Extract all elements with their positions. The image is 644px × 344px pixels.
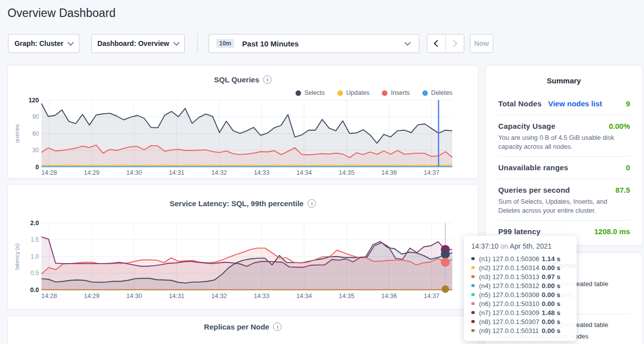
summary-row-label: P99 latency bbox=[498, 227, 541, 236]
tooltip-node-row: (n5) 127.0.0.1:503080.00 s bbox=[471, 290, 570, 299]
time-range-selector[interactable]: 10m Past 10 Minutes bbox=[209, 34, 419, 53]
tooltip-node-value: 0.00 s bbox=[542, 291, 561, 299]
tooltip-node-label: (n4) 127.0.0.1:50312 bbox=[479, 282, 540, 290]
summary-row-header: Queries per second87.5 bbox=[498, 185, 630, 195]
summary-row: Queries per second87.5Sum of Selects, Up… bbox=[498, 179, 630, 221]
tooltip-node-label: (n7) 127.0.0.1:50309 bbox=[479, 309, 540, 317]
series-color-dot bbox=[471, 284, 475, 288]
time-range-label: Past 10 Minutes bbox=[242, 39, 299, 48]
summary-row-header: P99 latency1208.0 ms bbox=[498, 227, 630, 236]
summary-row: Total NodesView nodes list9 bbox=[498, 93, 630, 115]
sql-queries-plot[interactable]: 030609012014:2814:2914:3014:3114:3214:33… bbox=[8, 65, 479, 179]
tooltip-node-row: (n9) 127.0.0.1:503110.00 s bbox=[471, 326, 570, 335]
series-color-dot bbox=[471, 275, 475, 279]
tooltip-node-label: (n3) 127.0.0.1:50313 bbox=[479, 273, 540, 281]
y-axis-tick-label: 30 bbox=[32, 147, 39, 154]
series-color-dot bbox=[471, 311, 475, 315]
service-latency-chart-card: Service Latency: SQL, 99th percentile i … bbox=[7, 184, 478, 310]
x-axis-tick-label: 14:32 bbox=[211, 169, 227, 176]
y-axis-tick-label: 90 bbox=[32, 113, 39, 120]
tooltip-timestamp: 14:37:10 on Apr 5th, 2021 bbox=[471, 242, 570, 250]
chevron-down-icon bbox=[404, 39, 411, 46]
summary-row-label: Queries per second bbox=[498, 185, 570, 195]
x-axis-tick-label: 14:36 bbox=[381, 293, 397, 300]
y-axis-tick-label: 2.0 bbox=[30, 220, 39, 227]
summary-row-label: Total Nodes bbox=[498, 99, 542, 108]
x-axis-tick-label: 14:34 bbox=[296, 169, 312, 176]
x-axis-tick-label: 14:33 bbox=[254, 169, 269, 176]
y-axis-tick-label: 120 bbox=[28, 97, 39, 104]
y-axis-tick-label: 0 bbox=[35, 164, 39, 171]
series-color-dot bbox=[471, 293, 475, 297]
y-axis-unit-label: queries bbox=[14, 124, 20, 143]
x-axis-tick-label: 14:35 bbox=[339, 293, 354, 300]
chart-header: Replicas per Node i bbox=[8, 322, 478, 332]
tooltip-node-label: (n5) 127.0.0.1:50308 bbox=[479, 291, 540, 299]
graph-dropdown[interactable]: Graph: Cluster bbox=[8, 34, 79, 53]
y-axis-tick-label: 1.5 bbox=[30, 236, 39, 243]
summary-row-value: 9 bbox=[626, 99, 630, 108]
x-axis-tick-label: 14:37 bbox=[424, 293, 439, 300]
chevron-left-icon bbox=[434, 40, 441, 47]
now-button-label: Now bbox=[474, 39, 489, 47]
series-line bbox=[41, 165, 452, 166]
series-color-dot bbox=[471, 329, 475, 333]
graph-dropdown-label: Graph: Cluster bbox=[14, 39, 63, 47]
time-back-button[interactable] bbox=[427, 34, 445, 52]
summary-row: Capacity Usage0.00%You are using 0 B of … bbox=[498, 115, 630, 157]
time-forward-button[interactable] bbox=[445, 34, 464, 52]
tooltip-node-value: 0.97 s bbox=[542, 273, 561, 281]
tooltip-node-label: (n1) 127.0.0.1:50306 bbox=[479, 255, 540, 263]
x-axis-tick-label: 14:30 bbox=[126, 293, 142, 300]
time-range-badge: 10m bbox=[216, 39, 234, 48]
summary-row-value: 0 bbox=[626, 163, 630, 172]
dashboard-dropdown[interactable]: Dashboard: Overview bbox=[91, 34, 185, 53]
tooltip-node-value: 1.14 s bbox=[542, 255, 561, 263]
y-axis-tick-label: 0.5 bbox=[30, 270, 39, 277]
tooltip-conjunction: on bbox=[500, 242, 508, 250]
summary-row-description: You are using 0 B of 4.5 GiB usable disk… bbox=[498, 133, 630, 151]
x-axis-tick-label: 14:28 bbox=[41, 169, 57, 176]
x-axis-tick-label: 14:28 bbox=[41, 293, 57, 300]
summary-rows: Total NodesView nodes list9Capacity Usag… bbox=[498, 93, 630, 243]
summary-row-header: Unavailable ranges0 bbox=[498, 163, 630, 172]
y-axis-tick-label: 0.0 bbox=[30, 287, 39, 294]
summary-row-label: Capacity Usage bbox=[498, 121, 556, 131]
chart-title: Replicas per Node bbox=[204, 323, 270, 331]
tooltip-node-label: (n6) 127.0.0.1:50310 bbox=[479, 300, 540, 308]
tooltip-node-row: (n6) 127.0.0.1:503100.00 s bbox=[471, 299, 570, 308]
y-axis-tick-label: 60 bbox=[32, 130, 39, 137]
x-axis-tick-label: 14:30 bbox=[126, 169, 142, 176]
chevron-down-icon bbox=[67, 39, 74, 46]
x-axis-tick-label: 14:35 bbox=[339, 169, 354, 176]
summary-row-value: 87.5 bbox=[616, 185, 630, 195]
summary-panel-title: Summary bbox=[486, 76, 642, 85]
x-axis-tick-label: 14:36 bbox=[381, 169, 397, 176]
summary-row-value: 1208.0 ms bbox=[594, 227, 630, 236]
tooltip-date: Apr 5th, 2021 bbox=[510, 242, 552, 250]
tooltip-node-label: (n9) 127.0.0.1:50311 bbox=[479, 327, 539, 335]
tooltip-node-value: 0.00 s bbox=[542, 300, 561, 308]
x-axis-tick-label: 14:29 bbox=[84, 293, 99, 300]
x-axis-tick-label: 14:29 bbox=[84, 169, 99, 176]
view-nodes-list-link[interactable]: View nodes list bbox=[548, 99, 602, 108]
y-axis-unit-label: latency (s) bbox=[14, 243, 20, 270]
tooltip-node-value: 1.48 s bbox=[542, 309, 561, 317]
now-button[interactable]: Now bbox=[470, 34, 493, 53]
summary-row-value: 0.00% bbox=[609, 121, 630, 131]
tooltip-node-row: (n4) 127.0.0.1:503120.00 s bbox=[471, 281, 570, 290]
series-color-dot bbox=[471, 266, 475, 270]
service-latency-plot[interactable]: 0.00.51.01.52.014:2814:2914:3014:3114:32… bbox=[8, 185, 479, 310]
sql-queries-chart-card: SQL Queries i SelectsUpdatesInsertsDelet… bbox=[7, 65, 478, 179]
info-icon[interactable]: i bbox=[273, 323, 282, 331]
tooltip-node-value: 0.00 s bbox=[542, 264, 561, 272]
tooltip-node-row: (n3) 127.0.0.1:503130.97 s bbox=[471, 272, 570, 281]
toolbar-divider bbox=[197, 33, 198, 53]
time-step-buttons bbox=[427, 34, 464, 53]
tooltip-node-value: 0.00 s bbox=[542, 327, 561, 335]
series-color-dot bbox=[471, 320, 475, 324]
x-axis-tick-label: 14:31 bbox=[169, 169, 184, 176]
dashboard-dropdown-label: Dashboard: Overview bbox=[97, 39, 169, 47]
tooltip-node-label: (n8) 127.0.0.1:50307 bbox=[479, 318, 540, 326]
summary-panel: Summary Total NodesView nodes list9Capac… bbox=[485, 65, 643, 246]
